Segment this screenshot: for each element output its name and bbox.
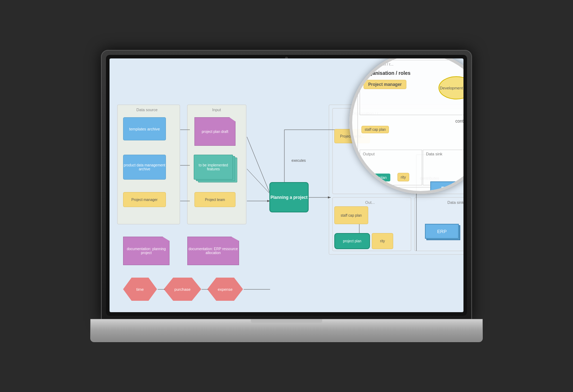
svg-line-14 bbox=[247, 137, 270, 194]
svg-text:executes: executes bbox=[291, 159, 306, 163]
magnifier-content: Organisation / r... Organisation / roles… bbox=[352, 58, 463, 191]
mag-project-manager: Project manager bbox=[364, 80, 406, 89]
screen: Data source Input Organisation / r... Ou… bbox=[110, 58, 463, 312]
laptop-body: Data source Input Organisation / r... Ou… bbox=[101, 50, 472, 321]
svg-text:Data sink: Data sink bbox=[447, 200, 463, 205]
mag-output-label: Output bbox=[363, 152, 375, 156]
staff-cap-plan-node: staff cap plan bbox=[334, 206, 368, 224]
laptop-wrapper: Data source Input Organisation / r... Ou… bbox=[90, 50, 483, 342]
to-be-implemented-node: to be implemented features bbox=[192, 155, 238, 183]
time-hex-node: time bbox=[123, 278, 157, 301]
purchase-hex-node: purchase bbox=[164, 278, 201, 301]
project-plan-draft-node: project plan draft bbox=[194, 117, 235, 146]
svg-text:Data source: Data source bbox=[136, 108, 157, 112]
mag-priority: rity bbox=[397, 173, 409, 181]
svg-text:Input: Input bbox=[212, 108, 221, 112]
mag-org-sublabel: Organisation / r... bbox=[364, 62, 394, 66]
screen-bezel: Data source Input Organisation / r... Ou… bbox=[106, 55, 467, 316]
mag-data-sink-label: Data sink bbox=[426, 152, 442, 156]
laptop-base bbox=[90, 319, 483, 342]
templates-archive-node: templates archive bbox=[123, 117, 166, 140]
mag-contributes-label: contributes bbox=[455, 119, 463, 124]
doc-planning-node: documentation: planning project bbox=[123, 237, 169, 265]
magnifier-overlay: Organisation / r... Organisation / roles… bbox=[349, 58, 463, 194]
doc-erp-node: documentation: ERP ressource allocation bbox=[187, 237, 239, 265]
project-team-node: Project team bbox=[194, 192, 235, 207]
mag-staff-cap: staff cap plan bbox=[361, 126, 389, 133]
planning-project-node: Planning a project bbox=[269, 182, 309, 212]
mag-dev-team: Development team bbox=[438, 76, 463, 99]
mag-proj-plan: project plan bbox=[363, 174, 390, 181]
svg-line-15 bbox=[247, 169, 270, 194]
product-data-node: product data management archive bbox=[123, 155, 166, 180]
priority-node: rity bbox=[372, 233, 393, 249]
mag-org-title: Organisation / roles bbox=[364, 70, 410, 76]
project-manager-ds-node: Project manager bbox=[123, 192, 166, 207]
project-plan-output-node: project plan bbox=[334, 233, 370, 249]
expense-hex-node: expense bbox=[207, 278, 243, 301]
erp-node: ERP bbox=[424, 222, 463, 242]
svg-text:Out...: Out... bbox=[365, 200, 375, 205]
